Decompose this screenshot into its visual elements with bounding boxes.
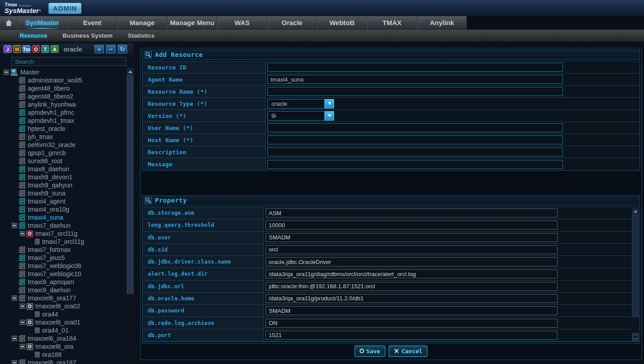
field-resource-type-select[interactable]: oracle: [267, 99, 325, 108]
tree-item-tmaxh9-devon1[interactable]: tmaxh9_devon1: [0, 173, 127, 181]
collapse-expander-icon[interactable]: [12, 223, 17, 228]
tree-item-tmaxoel6-ora184[interactable]: tmaxoel6_ora184: [0, 334, 127, 342]
collapse-expander-icon[interactable]: [20, 231, 25, 236]
filter-badge-o[interactable]: O: [32, 45, 40, 53]
tree-item-hptest-oracle[interactable]: hptest_oracle: [0, 125, 127, 133]
tree-item-sunx86-root[interactable]: sunx86_root: [0, 157, 127, 165]
property-db-oracle-home-input[interactable]: [266, 294, 558, 303]
collapse-expander-icon[interactable]: [20, 320, 25, 325]
property-scrollbar[interactable]: [632, 208, 639, 341]
tree-item-administrator-ws85[interactable]: administrator_ws85: [0, 76, 127, 84]
tree-item-apmdevh1-pfmc[interactable]: apmdevh1_pfmc: [0, 108, 127, 117]
tree-item-tmaxh9-suna[interactable]: tmaxh9_suna: [0, 189, 127, 197]
collapse-all-button[interactable]: −: [106, 45, 116, 53]
tree-item-master[interactable]: Master: [0, 68, 127, 76]
field-resource-id-input[interactable]: [267, 63, 563, 72]
tree-item-tmaxi7-fortmax[interactable]: tmaxi7_fortmax: [0, 246, 127, 254]
tree-item-tmax8-daehun[interactable]: tmax8_daehun: [0, 165, 127, 173]
tree-item-tmaxi7-orcl11g[interactable]: Otmaxi7_orcl11g: [0, 230, 127, 238]
tab-event[interactable]: Event: [67, 16, 117, 29]
tree-item-tmaxi7-orcl11g[interactable]: tmaxi7_orcl11g: [0, 238, 127, 246]
tree-item-tmaxi4-suna[interactable]: tmaxi4_suna: [0, 213, 127, 221]
field-description-input[interactable]: [267, 147, 563, 156]
tree-item-agent48-tibero2[interactable]: agent48_tibero2: [0, 92, 127, 100]
property-db-port-input[interactable]: [266, 331, 558, 340]
tab-oracle[interactable]: Oracle: [267, 16, 317, 29]
tree-item-tmaxi9-daehun[interactable]: tmaxi9_daehun: [0, 286, 127, 294]
home-button[interactable]: [0, 16, 17, 29]
field-host-name-input[interactable]: [267, 135, 563, 144]
tree-item-tmaxh9-qahyun[interactable]: tmaxh9_qahyun: [0, 181, 127, 189]
tree-item-agent48-tibero[interactable]: agent48_tibero: [0, 84, 127, 92]
property-db-password-input[interactable]: [266, 306, 558, 315]
property-scroll-up-button[interactable]: [632, 208, 639, 215]
collapse-expander-icon[interactable]: [12, 360, 17, 364]
property-scrollbar-thumb[interactable]: [632, 215, 639, 317]
tree-scrollbar[interactable]: [127, 68, 133, 364]
tree-item-tmaxoel6-ora177[interactable]: tmaxoel6_ora177: [0, 294, 127, 302]
tree-item-tmaxoel6-ora02[interactable]: Otmaxoel6_ora02: [0, 302, 127, 310]
property-db-jdbc-driver-class-name-input[interactable]: [266, 257, 558, 266]
property-scroll-down-button[interactable]: [632, 333, 639, 341]
tab-anylink[interactable]: Anylink: [417, 16, 467, 29]
tree-scroll-up-button[interactable]: [127, 68, 133, 75]
tree-item-tmaxoel6-ora01[interactable]: Otmaxoel6_ora01: [0, 318, 127, 326]
field-message-input[interactable]: [267, 160, 563, 169]
field-version-select[interactable]: 9i: [267, 111, 325, 121]
tree-item-tmaxi4-ora10g[interactable]: tmaxi4_ora10g: [0, 205, 127, 213]
property-db-user-input[interactable]: [266, 233, 558, 242]
tree-item-tmaxoel6-ora187[interactable]: tmaxoel6_ora187: [0, 359, 127, 364]
filter-badge-a[interactable]: A: [51, 45, 59, 53]
collapse-expander-icon[interactable]: [12, 336, 17, 341]
tab-was[interactable]: WAS: [217, 16, 267, 29]
filter-badge-tm[interactable]: Tm: [22, 45, 30, 53]
refresh-button[interactable]: ↻: [118, 45, 127, 53]
property-db-sid-input[interactable]: [266, 245, 558, 254]
tree-item-oel6vm32-oracle[interactable]: oel6vm32_oracle: [0, 141, 127, 149]
tree-item-tmaxi7-daehun[interactable]: tmaxi7_daehun: [0, 221, 127, 230]
tree-item-ora44[interactable]: ora44: [0, 310, 127, 318]
admin-badge[interactable]: ADMIN: [48, 3, 82, 14]
tab-tmax[interactable]: TMAX: [367, 16, 417, 29]
property-db-storage-asm-input[interactable]: [266, 208, 558, 217]
cancel-button[interactable]: × Cancel: [389, 346, 428, 357]
tree-item-tmaxi9-apmqam[interactable]: tmaxi9_apmqam: [0, 278, 127, 286]
tab-manage-menu[interactable]: Manage Menu: [167, 16, 217, 29]
filter-badge-t[interactable]: T: [41, 45, 49, 53]
subtab-business-system[interactable]: Business System: [63, 32, 113, 39]
collapse-expander-icon[interactable]: [20, 344, 25, 349]
tab-webtob[interactable]: WebtoB: [317, 16, 367, 29]
subtab-resource[interactable]: Resource: [20, 32, 47, 39]
tab-sysmaster[interactable]: SysMaster: [17, 16, 67, 29]
filter-badge-j[interactable]: J: [4, 45, 12, 53]
collapse-expander-icon[interactable]: [12, 295, 17, 301]
tree-item-tmaxoel6-ora[interactable]: Otmaxoel6_ora: [0, 342, 127, 351]
property-db-redo-log-archieve-input[interactable]: [266, 319, 558, 328]
field-user-name-input[interactable]: [267, 123, 563, 132]
tree-item-jyh-tmax[interactable]: jyh_tmax: [0, 133, 127, 141]
search-input[interactable]: [12, 57, 126, 66]
save-button[interactable]: Save: [355, 346, 385, 357]
collapse-expander-icon[interactable]: [20, 303, 25, 309]
subtab-statistics[interactable]: Statistics: [128, 32, 155, 39]
filter-badge-w[interactable]: W: [13, 45, 21, 53]
tab-manage[interactable]: Manage: [117, 16, 167, 29]
tree-item-ora44-01[interactable]: ora44_01: [0, 326, 127, 334]
tree-item-qpsp1-gmrcb[interactable]: qpsp1_gmrcb: [0, 149, 127, 157]
dropdown-arrow-button[interactable]: [325, 99, 334, 108]
property-db-jdbc-url-input[interactable]: [266, 282, 558, 291]
tree-scrollbar-thumb[interactable]: [127, 75, 133, 294]
expand-all-button[interactable]: +: [94, 45, 104, 53]
field-agent-name-input[interactable]: [267, 75, 563, 84]
tree-item-tmaxi7-weblogic10[interactable]: tmaxi7_weblogic10: [0, 270, 127, 278]
property-long-query-threshold-input[interactable]: [266, 221, 558, 230]
tree-item-tmaxi7-jeus5[interactable]: tmaxi7_jeus5: [0, 254, 127, 262]
field-resource-name-input[interactable]: [267, 87, 563, 96]
tree-item-tmaxi7-weblogic08[interactable]: tmaxi7_weblogic08: [0, 262, 127, 270]
property-alert-log-dest-dir-input[interactable]: [266, 269, 558, 278]
tree-item-tmaxi4-agent[interactable]: tmaxi4_agent: [0, 197, 127, 205]
tree-item-apmdevh1-tmax[interactable]: apmdevh1_tmax: [0, 117, 127, 125]
tree-item-ora188[interactable]: ora188: [0, 351, 127, 359]
collapse-expander-icon[interactable]: [4, 69, 9, 75]
tree-item-anylink-hyunhwa[interactable]: anylink_hyunhwa: [0, 100, 127, 108]
